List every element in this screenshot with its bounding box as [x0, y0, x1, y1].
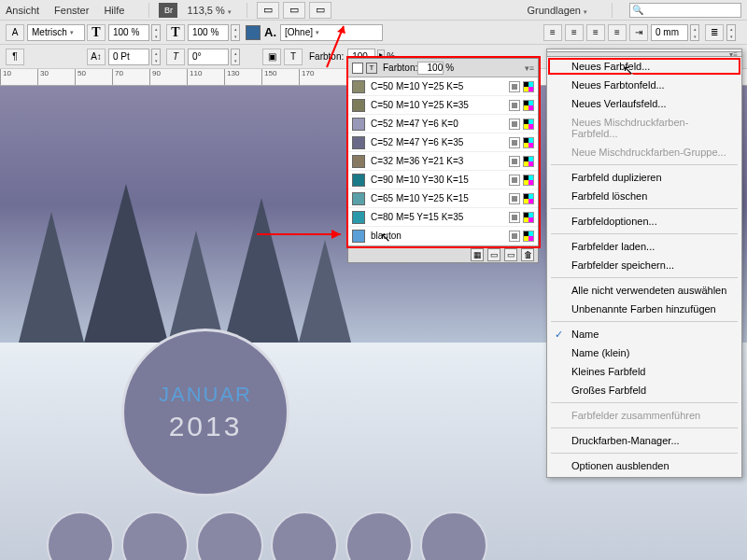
swatch-color — [352, 155, 365, 168]
zoom-level[interactable]: 113,5 % — [187, 5, 231, 16]
menu-farbfelder-laden[interactable]: Farbfelder laden... — [547, 237, 741, 256]
swatch-color — [352, 99, 365, 112]
new-swatch-icon[interactable]: ▭ — [487, 248, 500, 261]
new-swatch2-icon[interactable]: ▭ — [504, 248, 517, 261]
vscale-value[interactable]: 100 % — [188, 24, 229, 41]
rotate-spin[interactable]: ▴▾ — [231, 49, 240, 65]
fill-color[interactable] — [246, 25, 261, 40]
align-justify-icon[interactable]: ≡ — [608, 24, 627, 41]
swatch-type-icon — [509, 231, 520, 242]
swatch-row[interactable]: blauton — [348, 227, 538, 245]
view-mode-3[interactable]: ▭ — [309, 2, 331, 19]
swatch-proxy-icon[interactable]: ▣ — [262, 49, 281, 65]
units-select[interactable]: Metrisch — [27, 24, 85, 41]
year-label: 2013 — [169, 411, 243, 442]
swatches-footer: ▦ ▭ ▭ 🗑 — [348, 245, 538, 262]
indent-icon[interactable]: ⇥ — [629, 24, 648, 41]
annotation-arrow-swatch — [257, 228, 350, 241]
baseline-spin[interactable]: ▴▾ — [151, 49, 161, 65]
menu-unbenannte[interactable]: Unbenannte Farben hinzufügen — [547, 300, 741, 318]
swatch-name: C=52 M=47 Y=6 K=0 — [371, 119, 509, 129]
swatch-row[interactable]: C=52 M=47 Y=6 K=35 — [348, 133, 538, 152]
menu-fenster[interactable]: Fenster — [54, 5, 89, 16]
menu-neues-farbfeld[interactable]: Neues Farbfeld... — [547, 57, 741, 76]
rotate-value[interactable]: 0° — [188, 49, 229, 65]
menu-duplizieren[interactable]: Farbfeld duplizieren — [547, 168, 741, 187]
swatch-text-icon[interactable]: T — [284, 49, 303, 65]
menu-farbfelder-speichern[interactable]: Farbfelder speichern... — [547, 256, 741, 274]
swatch-color — [352, 230, 365, 243]
indent-value[interactable]: 0 mm — [651, 24, 688, 41]
separator — [612, 3, 613, 18]
vscale-spin[interactable]: ▴▾ — [231, 24, 240, 41]
tint-input[interactable] — [417, 62, 444, 75]
view-mode-1[interactable]: ▭ — [257, 2, 279, 19]
menu-neues-farbtonfeld[interactable]: Neues Farbtonfeld... — [547, 76, 741, 94]
swatch-view-icon[interactable]: ▦ — [471, 248, 484, 261]
hscale-value[interactable]: 100 % — [108, 24, 149, 41]
swatch-type-icon — [509, 100, 520, 111]
swatch-name: C=50 M=10 Y=25 K=35 — [371, 100, 509, 110]
menu-alle-unbenutzt[interactable]: Alle nicht verwendeten auswählen — [547, 281, 741, 300]
swatch-color — [352, 174, 365, 187]
para-panel-icon[interactable]: ¶ — [6, 49, 24, 65]
fill-proxy[interactable] — [352, 63, 363, 74]
baseline-icon[interactable]: A↕ — [87, 49, 106, 65]
swatch-context-menu: ▾≡ Neues Farbfeld... Neues Farbtonfeld..… — [546, 49, 742, 478]
swatch-row[interactable]: C=65 M=10 Y=25 K=15 — [348, 189, 538, 208]
cmyk-icon — [523, 175, 534, 186]
month-circle[interactable]: JANUAR 2013 — [121, 329, 289, 497]
menu-grosses-farbfeld[interactable]: Großes Farbfeld — [547, 381, 741, 399]
tint-pct: % — [445, 63, 454, 73]
swatch-row[interactable]: C=90 M=10 Y=30 K=15 — [348, 171, 538, 189]
cmyk-icon — [523, 212, 534, 223]
list-icon[interactable]: ≣ — [705, 24, 724, 41]
swatch-row[interactable]: C=32 M=36 Y=21 K=3 — [348, 152, 538, 171]
text-proxy[interactable]: T — [366, 63, 377, 74]
hscale-spin[interactable]: ▴▾ — [151, 24, 161, 41]
swatch-type-icon — [509, 119, 520, 130]
menu-hilfe[interactable]: Hilfe — [104, 5, 124, 16]
menu-name-klein[interactable]: Name (klein) — [547, 343, 741, 362]
menu-zusammenfuehren: Farbfelder zusammenführen — [547, 406, 741, 425]
rotate-icon[interactable]: T — [166, 49, 185, 65]
bridge-button[interactable]: Br — [159, 3, 177, 18]
indent-spin[interactable]: ▴▾ — [690, 24, 699, 41]
menu-farbfeldoptionen[interactable]: Farbfeldoptionen... — [547, 212, 741, 231]
panel-menu-icon[interactable]: ▾≡ — [525, 63, 534, 73]
menu-name[interactable]: Name — [547, 325, 741, 343]
list-spin[interactable]: ▴▾ — [726, 24, 736, 41]
char-style-icon: A. — [264, 25, 276, 39]
swatches-list[interactable]: C=50 M=10 Y=25 K=5C=50 M=10 Y=25 K=35C=5… — [348, 77, 538, 245]
swatch-row[interactable]: C=50 M=10 Y=25 K=5 — [348, 77, 538, 96]
menu-druckfarben-manager[interactable]: Druckfarben-Manager... — [547, 431, 741, 450]
swatch-row[interactable]: C=50 M=10 Y=25 K=35 — [348, 96, 538, 115]
search-input[interactable]: 🔍 — [629, 3, 741, 18]
cmyk-icon — [523, 81, 534, 92]
baseline-value[interactable]: 0 Pt — [108, 49, 149, 65]
menu-optionen-ausblenden[interactable]: Optionen ausblenden — [547, 456, 741, 475]
swatch-row[interactable]: C=80 M=5 Y=15 K=35 — [348, 208, 538, 227]
align-left-icon[interactable]: ≡ — [543, 24, 562, 41]
menu-kleines-farbfeld[interactable]: Kleines Farbfeld — [547, 362, 741, 381]
view-mode-2[interactable]: ▭ — [283, 2, 305, 19]
delete-swatch-icon[interactable]: 🗑 — [521, 248, 534, 261]
align-right-icon[interactable]: ≡ — [586, 24, 605, 41]
separator — [247, 3, 247, 18]
menu-loeschen[interactable]: Farbfeld löschen — [547, 187, 741, 205]
search-icon: 🔍 — [632, 5, 643, 15]
swatch-color — [352, 211, 365, 224]
month-label: JANUAR — [159, 383, 252, 407]
swatch-type-icon — [509, 212, 520, 223]
char-panel-icon[interactable]: A — [6, 24, 24, 41]
workspace-selector[interactable]: Grundlagen — [528, 5, 588, 16]
menu-mischdruck-farbfeld: Neues Mischdruckfarben-Farbfeld... — [547, 113, 741, 143]
menu-neues-verlaufsfeld[interactable]: Neues Verlaufsfeld... — [547, 94, 741, 113]
hscale-icon[interactable]: T — [87, 24, 106, 41]
menu-ansicht[interactable]: Ansicht — [6, 5, 39, 16]
day-circles — [47, 511, 487, 560]
vscale-icon[interactable]: T — [166, 24, 185, 41]
align-center-icon[interactable]: ≡ — [565, 24, 584, 41]
swatch-row[interactable]: C=52 M=47 Y=6 K=0 — [348, 115, 538, 133]
cmyk-icon — [523, 231, 534, 242]
